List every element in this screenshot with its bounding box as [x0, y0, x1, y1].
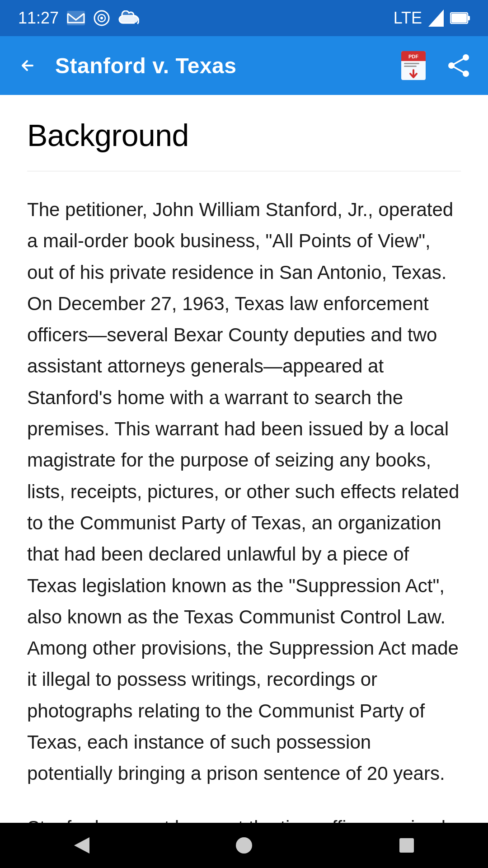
page-title: Stanford v. Texas: [55, 53, 384, 78]
section-heading: Background: [27, 118, 461, 153]
svg-marker-5: [428, 9, 444, 27]
signal-icon: [428, 9, 444, 27]
status-right: LTE: [394, 9, 470, 28]
battery-icon: [450, 12, 470, 24]
nav-back-button[interactable]: [54, 823, 108, 868]
svg-line-18: [451, 57, 466, 66]
target-icon: [93, 9, 110, 27]
content-area: Background The petitioner, John William …: [0, 95, 488, 823]
svg-rect-22: [399, 838, 414, 853]
status-bar: 11:27 LTE: [0, 0, 488, 36]
pdf-download-button[interactable]: PDF: [398, 50, 429, 81]
svg-point-3: [100, 17, 103, 19]
cloud-icon: [118, 10, 139, 26]
paragraph-1: The petitioner, John William Stanford, J…: [27, 194, 461, 789]
svg-marker-20: [74, 837, 89, 854]
status-left: 11:27: [18, 9, 139, 28]
share-button[interactable]: [443, 50, 474, 81]
svg-rect-7: [468, 16, 470, 20]
nav-home-button[interactable]: [217, 823, 271, 868]
svg-point-21: [236, 837, 252, 854]
svg-rect-8: [451, 14, 467, 23]
lte-label: LTE: [394, 9, 422, 28]
status-time: 11:27: [18, 9, 59, 28]
back-button[interactable]: [14, 52, 42, 80]
svg-rect-4: [119, 15, 138, 23]
app-bar: Stanford v. Texas PDF: [0, 36, 488, 95]
paragraph-2: Stanford was not home at the time office…: [27, 812, 461, 823]
app-bar-actions: PDF: [398, 50, 474, 81]
nav-bar: [0, 823, 488, 868]
svg-rect-14: [404, 66, 417, 67]
svg-rect-13: [404, 63, 419, 64]
svg-line-19: [451, 66, 466, 74]
svg-text:PDF: PDF: [408, 54, 418, 59]
gmail-icon: [67, 11, 85, 25]
section-divider: [27, 171, 461, 171]
nav-recent-button[interactable]: [380, 823, 434, 868]
